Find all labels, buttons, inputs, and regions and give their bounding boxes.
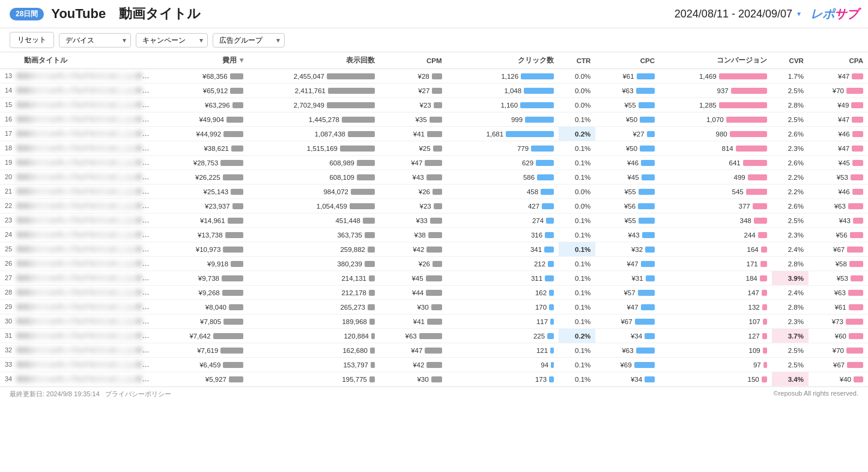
cell-value: 0.1% <box>575 217 590 224</box>
value-bar <box>852 117 863 123</box>
cell-title: 24動画タイトルサンプルテキストがここに表示されます <box>0 228 156 242</box>
cell-value: 0.1% <box>575 318 590 325</box>
cell-value: 2.6% <box>788 130 804 138</box>
value-bar <box>647 131 655 137</box>
cell-cpc: ¥47 <box>595 300 660 314</box>
cell-imp: 1,445,278 <box>248 112 380 127</box>
table-row: 27動画タイトルサンプルテキストがここに表示されます¥9,738214,131¥… <box>0 271 868 286</box>
cell-cost: ¥23,937 <box>156 199 248 213</box>
cell-value: ¥28,753 <box>193 159 219 167</box>
title-text: 動画タイトルサンプルテキストがここに表示されます <box>17 274 156 281</box>
cell-value: 0.0% <box>575 73 590 80</box>
value-bar <box>223 174 243 180</box>
adgroup-filter[interactable]: 広告グループ <box>213 33 285 48</box>
cell-conv: 1,070 <box>660 112 772 127</box>
title-text: 動画タイトルサンプルテキストがここに表示されます <box>17 130 156 137</box>
cell-cvr: 2.3% <box>772 314 809 329</box>
cell-cpm: ¥41 <box>380 127 447 141</box>
value-bar <box>327 73 375 79</box>
title-text: 動画タイトルサンプルテキストがここに表示されます <box>17 375 156 382</box>
value-bar <box>763 362 767 368</box>
cell-cpm: ¥25 <box>380 141 447 156</box>
value-bar <box>849 261 863 267</box>
cell-conv: 109 <box>660 343 772 358</box>
value-bar <box>357 160 375 166</box>
cell-cvr: 2.8% <box>772 300 809 314</box>
value-bar <box>369 290 375 296</box>
campaign-filter[interactable]: キャンペーン <box>136 33 208 48</box>
cell-cpm: ¥45 <box>380 271 447 286</box>
value-bar <box>231 261 243 267</box>
cell-title: 19動画タイトルサンプルテキストがここに表示されます <box>0 156 156 170</box>
cell-title: 17動画タイトルサンプルテキストがここに表示されます <box>0 127 156 141</box>
cell-value: 0.0% <box>575 87 590 94</box>
col-header-cost[interactable]: 費用 ▾ <box>156 52 248 69</box>
col-header-cpm: CPM <box>380 52 447 69</box>
title-text: 動画タイトルサンプルテキストがここに表示されます <box>17 245 156 253</box>
value-bar <box>731 88 767 94</box>
date-dropdown-icon[interactable]: ▾ <box>797 10 801 18</box>
cell-value: 147 <box>748 289 759 296</box>
value-bar <box>548 261 554 267</box>
cell-value: ¥55 <box>624 102 636 109</box>
cell-value: 0.1% <box>575 159 590 167</box>
cell-cpc: ¥34 <box>595 329 660 343</box>
cell-value: 173 <box>535 376 547 383</box>
cell-imp: 2,702,949 <box>248 98 380 112</box>
cell-cost: ¥5,927 <box>156 372 248 387</box>
reset-button[interactable]: リセット <box>10 32 54 48</box>
value-bar <box>851 275 863 281</box>
value-bar <box>549 290 554 296</box>
cell-cost: ¥68,356 <box>156 69 248 84</box>
cell-value: 2.8% <box>788 260 804 268</box>
cell-value: 212,178 <box>341 289 366 296</box>
cell-ctr: 0.1% <box>559 358 595 372</box>
cell-clicks: 1,160 <box>447 98 559 112</box>
cell-cost: ¥44,992 <box>156 127 248 141</box>
cell-cpc: ¥32 <box>595 242 660 257</box>
cell-value: ¥27 <box>418 87 429 94</box>
value-bar <box>848 290 863 296</box>
value-bar <box>762 304 767 310</box>
cell-value: ¥63,296 <box>205 102 230 109</box>
cell-value: 779 <box>517 145 529 152</box>
cell-cpc: ¥34 <box>595 372 660 387</box>
cell-cpa: ¥56 <box>809 228 868 242</box>
cell-imp: 1,054,459 <box>248 199 380 213</box>
value-bar <box>223 247 243 253</box>
value-bar <box>365 232 375 238</box>
cell-conv: 150 <box>660 372 772 387</box>
cell-value: 120,884 <box>344 333 369 340</box>
cell-value: ¥53 <box>837 174 848 181</box>
cell-value: 3.7% <box>788 333 804 340</box>
cell-value: 2.2% <box>788 188 804 195</box>
cell-value: ¥45 <box>411 275 423 282</box>
cell-value: ¥56 <box>624 203 636 210</box>
value-bar <box>531 146 554 152</box>
cell-imp: 189,968 <box>248 314 380 329</box>
cell-value: ¥9,918 <box>207 260 228 268</box>
cell-cpm: ¥42 <box>380 242 447 257</box>
value-bar <box>222 290 243 296</box>
cell-cost: ¥9,738 <box>156 271 248 286</box>
value-bar <box>222 275 243 281</box>
privacy-policy-link[interactable]: プライバシーポリシー <box>105 390 171 397</box>
cell-cpm: ¥44 <box>380 286 447 300</box>
cell-value: 1.7% <box>788 73 804 80</box>
title-text: 動画タイトルサンプルテキストがここに表示されます <box>17 87 156 94</box>
value-bar <box>846 88 863 94</box>
table-row: 30動画タイトルサンプルテキストがここに表示されます¥7,805189,968¥… <box>0 314 868 329</box>
value-bar <box>640 146 655 152</box>
cell-cpc: ¥50 <box>595 141 660 156</box>
cell-conv: 1,469 <box>660 69 772 84</box>
cell-value: 2.3% <box>788 318 804 325</box>
cell-value: ¥55 <box>624 217 636 224</box>
value-bar <box>849 304 863 310</box>
row-index: 13 <box>5 72 17 79</box>
device-filter[interactable]: デバイス <box>59 33 131 48</box>
value-bar <box>545 232 554 238</box>
cell-ctr: 0.1% <box>559 170 595 185</box>
cell-ctr: 0.2% <box>559 127 595 141</box>
cell-ctr: 0.2% <box>559 329 595 343</box>
cell-clicks: 170 <box>447 300 559 314</box>
